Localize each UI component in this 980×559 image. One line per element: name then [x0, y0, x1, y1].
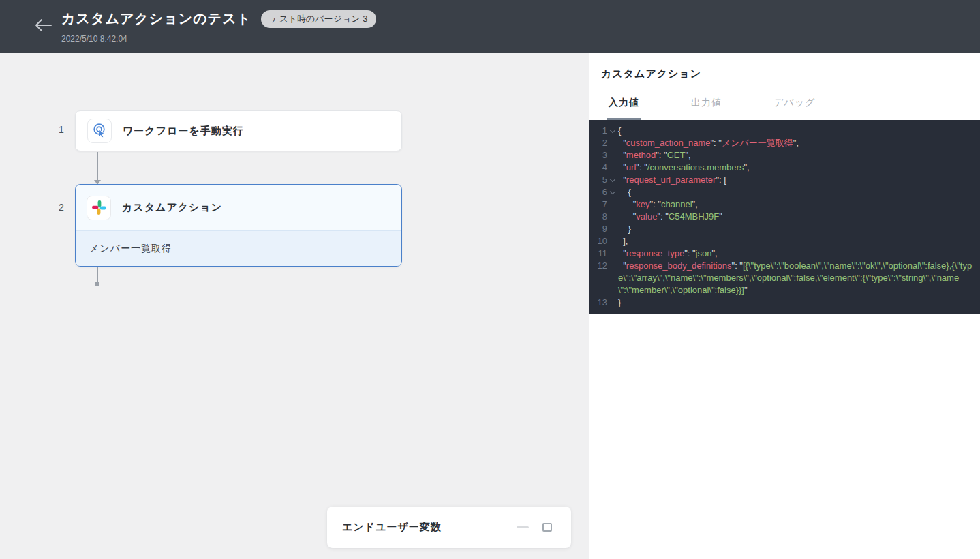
- code-line: 4 "url": "/conversations.members",: [589, 162, 980, 174]
- line-number: 13: [589, 297, 607, 309]
- code-text: "method": "GET",: [618, 149, 980, 162]
- line-number: 7: [589, 198, 607, 211]
- step-number: 1: [59, 124, 64, 135]
- code-text: }: [618, 297, 980, 309]
- fold-gutter: [607, 198, 618, 211]
- code-text: "response_body_definitions": "[{\"type\"…: [618, 260, 980, 297]
- fold-chevron-icon[interactable]: [610, 127, 615, 133]
- fold-gutter: [607, 297, 618, 309]
- connector-line: [97, 152, 98, 181]
- fold-gutter: [607, 162, 618, 174]
- arrow-left-icon: [34, 18, 52, 35]
- minimize-button[interactable]: [515, 520, 530, 535]
- header: カスタムアクションのテスト テスト時のバージョン 3 2022/5/10 8:4…: [0, 0, 980, 53]
- code-line: 13}: [589, 297, 980, 309]
- line-number: 6: [589, 186, 607, 198]
- code-line: 9 }: [589, 223, 980, 235]
- code-line: 5 "request_url_parameter": [: [589, 174, 980, 186]
- connector-line: [97, 267, 98, 282]
- code-line: 3 "method": "GET",: [589, 149, 980, 162]
- fold-gutter: [607, 260, 618, 297]
- code-text: "key": "channel",: [618, 198, 980, 211]
- line-number: 3: [589, 149, 607, 162]
- connector-end-handle[interactable]: [95, 282, 99, 286]
- enduser-panel-title: エンドユーザー変数: [342, 521, 515, 534]
- line-number: 12: [589, 260, 607, 297]
- fold-gutter: [607, 125, 618, 137]
- step-title: カスタムアクション: [122, 201, 222, 214]
- fold-gutter: [607, 223, 618, 235]
- page-title: カスタムアクションのテスト: [61, 10, 251, 28]
- code-line: 1{: [589, 125, 980, 137]
- details-title: カスタムアクション: [601, 67, 980, 80]
- maximize-icon: [542, 523, 552, 532]
- fold-chevron-icon[interactable]: [610, 177, 615, 182]
- fold-gutter: [607, 211, 618, 223]
- code-text: ],: [618, 235, 980, 247]
- code-line: 11 "response_type": "json",: [589, 247, 980, 260]
- step-subtitle: メンバー一覧取得: [89, 243, 172, 255]
- line-number: 1: [589, 125, 607, 137]
- details-tabs: 入力値 出力値 デバッグ: [607, 97, 980, 120]
- code-text: "value": "C54MBHJ9F": [618, 211, 980, 223]
- code-text: {: [618, 125, 980, 137]
- tab-input-values[interactable]: 入力値: [607, 97, 641, 120]
- workflow-canvas: 1 ワークフローを手動実行 2: [0, 53, 589, 559]
- step-title: ワークフローを手動実行: [123, 125, 244, 138]
- version-badge: テスト時のバージョン 3: [261, 10, 376, 28]
- back-button[interactable]: [27, 12, 59, 40]
- code-line: 10 ],: [589, 235, 980, 247]
- fold-gutter: [607, 174, 618, 186]
- manual-trigger-icon: [87, 119, 112, 143]
- step-number: 2: [59, 202, 64, 213]
- minimize-icon: [517, 526, 529, 528]
- fold-chevron-icon[interactable]: [610, 189, 615, 194]
- line-number: 2: [589, 137, 607, 149]
- code-text: "url": "/conversations.members",: [618, 162, 980, 174]
- line-number: 8: [589, 211, 607, 223]
- code-text: "request_url_parameter": [: [618, 174, 980, 186]
- maximize-button[interactable]: [540, 520, 555, 535]
- fold-gutter: [607, 137, 618, 149]
- tab-output-values[interactable]: 出力値: [689, 97, 724, 120]
- fold-gutter: [607, 149, 618, 162]
- code-text: "response_type": "json",: [618, 247, 980, 260]
- code-text: {: [618, 186, 980, 198]
- code-line: 12 "response_body_definitions": "[{\"typ…: [589, 260, 980, 297]
- step-card-custom-action[interactable]: カスタムアクション メンバー一覧取得: [75, 184, 402, 267]
- fold-gutter: [607, 235, 618, 247]
- line-number: 11: [589, 247, 607, 260]
- code-editor[interactable]: 1{2 "custom_action_name": "メンバー一覧取得",3 "…: [589, 120, 980, 314]
- code-text: "custom_action_name": "メンバー一覧取得",: [618, 137, 980, 149]
- fold-gutter: [607, 186, 618, 198]
- code-line: 6 {: [589, 186, 980, 198]
- enduser-variables-panel: エンドユーザー変数: [327, 507, 571, 548]
- line-number: 4: [589, 162, 607, 174]
- code-text: }: [618, 223, 980, 235]
- page-timestamp: 2022/5/10 8:42:04: [61, 34, 376, 44]
- details-panel: カスタムアクション 入力値 出力値 デバッグ 1{2 "custom_actio…: [589, 53, 980, 559]
- slack-icon: [87, 196, 111, 220]
- step-card-trigger[interactable]: ワークフローを手動実行: [75, 110, 402, 151]
- code-line: 2 "custom_action_name": "メンバー一覧取得",: [589, 137, 980, 149]
- code-line: 7 "key": "channel",: [589, 198, 980, 211]
- line-number: 5: [589, 174, 607, 186]
- tab-debug[interactable]: デバッグ: [771, 97, 817, 120]
- code-line: 8 "value": "C54MBHJ9F": [589, 211, 980, 223]
- line-number: 10: [589, 235, 607, 247]
- fold-gutter: [607, 247, 618, 260]
- line-number: 9: [589, 223, 607, 235]
